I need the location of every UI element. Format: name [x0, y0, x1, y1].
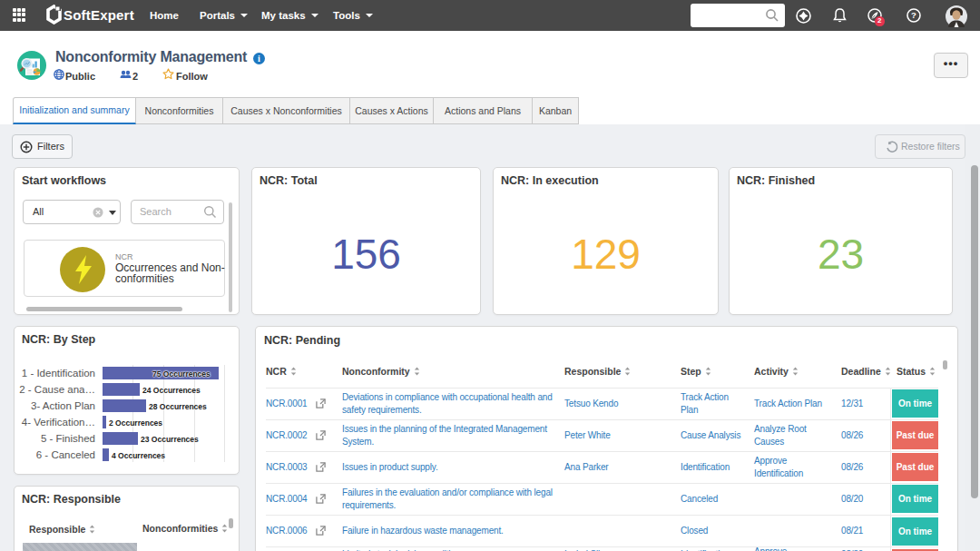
svg-text:?: ?	[911, 10, 916, 20]
